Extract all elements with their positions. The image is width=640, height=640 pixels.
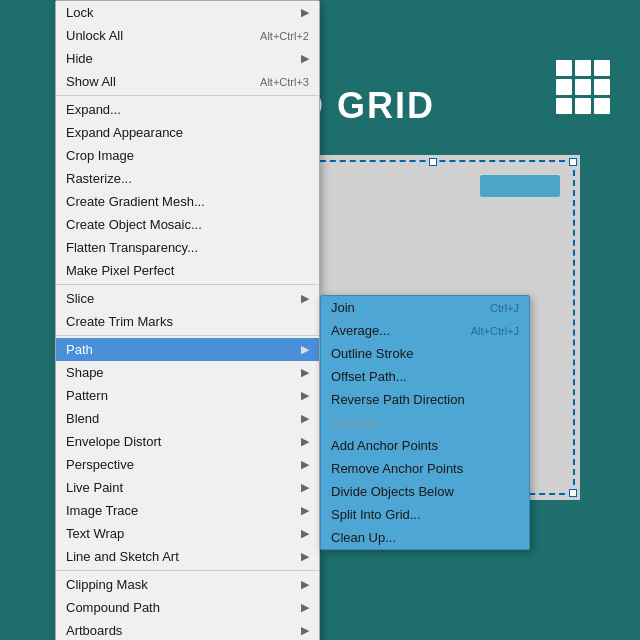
menu-item-lock[interactable]: Lock▶ <box>56 1 319 24</box>
menu-item-artboards[interactable]: Artboards▶ <box>56 619 319 640</box>
path-submenu-shortcut-average: Alt+Ctrl+J <box>471 325 519 337</box>
menu-item-create-object-mosaic[interactable]: Create Object Mosaic... <box>56 213 319 236</box>
menu-item-crop-image[interactable]: Crop Image <box>56 144 319 167</box>
menu-item-text-wrap[interactable]: Text Wrap▶ <box>56 522 319 545</box>
path-submenu-label-simplify: Simplify... <box>331 415 519 430</box>
menu-item-label-crop-image: Crop Image <box>66 148 309 163</box>
menu-divider <box>56 335 319 336</box>
menu-item-arrow-artboards: ▶ <box>301 624 309 637</box>
path-submenu-label-offset-path: Offset Path... <box>331 369 519 384</box>
path-submenu-label-divide-objects-below: Divide Objects Below <box>331 484 519 499</box>
menu-item-create-gradient-mesh[interactable]: Create Gradient Mesh... <box>56 190 319 213</box>
menu-item-arrow-slice: ▶ <box>301 292 309 305</box>
menu-item-label-make-pixel-perfect: Make Pixel Perfect <box>66 263 309 278</box>
menu-item-slice[interactable]: Slice▶ <box>56 287 319 310</box>
menu-item-label-create-gradient-mesh: Create Gradient Mesh... <box>66 194 309 209</box>
menu-item-shortcut-show-all: Alt+Ctrl+3 <box>260 76 309 88</box>
menu-item-label-compound-path: Compound Path <box>66 600 296 615</box>
menu-item-label-artboards: Artboards <box>66 623 296 638</box>
menu-item-line-sketch-art[interactable]: Line and Sketch Art▶ <box>56 545 319 568</box>
menu-item-label-text-wrap: Text Wrap <box>66 526 296 541</box>
menu-item-arrow-line-sketch-art: ▶ <box>301 550 309 563</box>
menu-item-label-show-all: Show All <box>66 74 240 89</box>
menu-divider <box>56 284 319 285</box>
menu-item-label-flatten-transparency: Flatten Transparency... <box>66 240 309 255</box>
path-submenu-item-divide-objects-below[interactable]: Divide Objects Below <box>321 480 529 503</box>
path-submenu: JoinCtrl+JAverage...Alt+Ctrl+JOutline St… <box>320 295 530 550</box>
handle-br <box>569 489 577 497</box>
menu-item-label-slice: Slice <box>66 291 296 306</box>
menu-item-label-path: Path <box>66 342 296 357</box>
menu-item-label-image-trace: Image Trace <box>66 503 296 518</box>
menu-item-arrow-text-wrap: ▶ <box>301 527 309 540</box>
path-submenu-item-offset-path[interactable]: Offset Path... <box>321 365 529 388</box>
menu-item-label-expand: Expand... <box>66 102 309 117</box>
menu-divider <box>56 570 319 571</box>
path-submenu-label-add-anchor-points: Add Anchor Points <box>331 438 519 453</box>
menu-item-image-trace[interactable]: Image Trace▶ <box>56 499 319 522</box>
menu-item-arrow-blend: ▶ <box>301 412 309 425</box>
menu-item-flatten-transparency[interactable]: Flatten Transparency... <box>56 236 319 259</box>
menu-item-label-rasterize: Rasterize... <box>66 171 309 186</box>
menu-item-arrow-compound-path: ▶ <box>301 601 309 614</box>
menu-item-label-pattern: Pattern <box>66 388 296 403</box>
path-submenu-item-reverse-path-direction[interactable]: Reverse Path Direction <box>321 388 529 411</box>
menu-item-arrow-pattern: ▶ <box>301 389 309 402</box>
path-submenu-item-clean-up[interactable]: Clean Up... <box>321 526 529 549</box>
path-submenu-label-outline-stroke: Outline Stroke <box>331 346 519 361</box>
menu-item-path[interactable]: Path▶ <box>56 338 319 361</box>
menu-item-arrow-image-trace: ▶ <box>301 504 309 517</box>
path-submenu-item-remove-anchor-points[interactable]: Remove Anchor Points <box>321 457 529 480</box>
menu-item-arrow-live-paint: ▶ <box>301 481 309 494</box>
path-submenu-item-outline-stroke[interactable]: Outline Stroke <box>321 342 529 365</box>
path-submenu-label-average: Average... <box>331 323 451 338</box>
menu-item-envelope-distort[interactable]: Envelope Distort▶ <box>56 430 319 453</box>
menu-item-show-all[interactable]: Show AllAlt+Ctrl+3 <box>56 70 319 93</box>
menu-item-pattern[interactable]: Pattern▶ <box>56 384 319 407</box>
path-submenu-item-join[interactable]: JoinCtrl+J <box>321 296 529 319</box>
menu-item-shape[interactable]: Shape▶ <box>56 361 319 384</box>
menu-item-shortcut-unlock-all: Alt+Ctrl+2 <box>260 30 309 42</box>
menu-item-perspective[interactable]: Perspective▶ <box>56 453 319 476</box>
menu-item-label-envelope-distort: Envelope Distort <box>66 434 296 449</box>
menu-item-arrow-path: ▶ <box>301 343 309 356</box>
menu-item-make-pixel-perfect[interactable]: Make Pixel Perfect <box>56 259 319 282</box>
menu-item-live-paint[interactable]: Live Paint▶ <box>56 476 319 499</box>
menu-item-hide[interactable]: Hide▶ <box>56 47 319 70</box>
menu-item-compound-path[interactable]: Compound Path▶ <box>56 596 319 619</box>
menu-item-label-create-object-mosaic: Create Object Mosaic... <box>66 217 309 232</box>
menu-item-label-blend: Blend <box>66 411 296 426</box>
menu-item-label-unlock-all: Unlock All <box>66 28 240 43</box>
menu-item-label-clipping-mask: Clipping Mask <box>66 577 296 592</box>
menu-item-label-perspective: Perspective <box>66 457 296 472</box>
grid-icon <box>556 60 610 114</box>
menu-item-label-live-paint: Live Paint <box>66 480 296 495</box>
menu-item-create-trim-marks[interactable]: Create Trim Marks <box>56 310 319 333</box>
menu-item-label-lock: Lock <box>66 5 296 20</box>
menu-item-arrow-shape: ▶ <box>301 366 309 379</box>
path-submenu-item-add-anchor-points[interactable]: Add Anchor Points <box>321 434 529 457</box>
menu-item-arrow-hide: ▶ <box>301 52 309 65</box>
menu-item-label-hide: Hide <box>66 51 296 66</box>
path-submenu-label-join: Join <box>331 300 470 315</box>
path-submenu-item-average[interactable]: Average...Alt+Ctrl+J <box>321 319 529 342</box>
path-submenu-label-split-into-grid: Split Into Grid... <box>331 507 519 522</box>
menu-item-expand[interactable]: Expand... <box>56 98 319 121</box>
menu-item-arrow-perspective: ▶ <box>301 458 309 471</box>
menu-item-blend[interactable]: Blend▶ <box>56 407 319 430</box>
path-submenu-item-simplify[interactable]: Simplify... <box>321 411 529 434</box>
path-submenu-item-split-into-grid[interactable]: Split Into Grid... <box>321 503 529 526</box>
menu-item-label-shape: Shape <box>66 365 296 380</box>
handle-tm <box>429 158 437 166</box>
path-submenu-shortcut-join: Ctrl+J <box>490 302 519 314</box>
menu-item-unlock-all[interactable]: Unlock AllAlt+Ctrl+2 <box>56 24 319 47</box>
menu-item-expand-appearance[interactable]: Expand Appearance <box>56 121 319 144</box>
path-submenu-label-reverse-path-direction: Reverse Path Direction <box>331 392 519 407</box>
menu-item-arrow-envelope-distort: ▶ <box>301 435 309 448</box>
menu-item-clipping-mask[interactable]: Clipping Mask▶ <box>56 573 319 596</box>
menu-item-rasterize[interactable]: Rasterize... <box>56 167 319 190</box>
path-submenu-label-remove-anchor-points: Remove Anchor Points <box>331 461 519 476</box>
main-context-menu: Lock▶Unlock AllAlt+Ctrl+2Hide▶Show AllAl… <box>55 0 320 640</box>
menu-divider <box>56 95 319 96</box>
path-submenu-label-clean-up: Clean Up... <box>331 530 519 545</box>
